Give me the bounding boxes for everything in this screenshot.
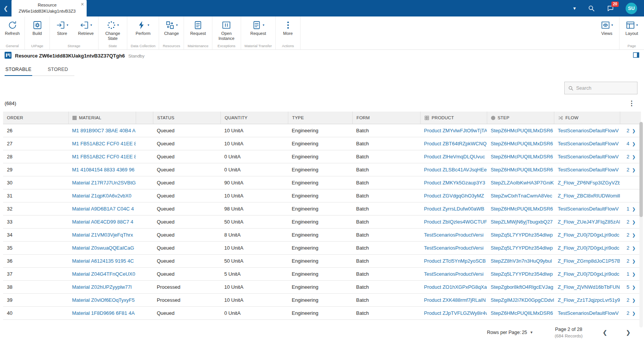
product-link[interactable]: Product ZJpTVFLGZWy8ir4v [424,310,487,316]
row-detail-link[interactable]: 2 ❯ [621,255,636,267]
table-row[interactable]: 27 M1 FB51AB2C FCF0 41EE 8 Queued 10 Uni… [3,137,641,150]
change-button[interactable]: ▾ Change [163,18,180,36]
material-link[interactable]: M1 891B90C7 3BAE 40B4 A [72,128,136,133]
row-detail-link[interactable]: 4 ❯ [621,137,636,150]
product-link[interactable]: Product ZbIQzles4WGCTUF [424,219,487,225]
product-link[interactable]: Product ZXK488rmf7jRLaIN [424,297,486,303]
column-header-product[interactable]: PRODUCT [420,112,487,124]
material-link[interactable]: M1 FB51AB2C FCF0 41EE 8 [72,154,136,160]
table-row[interactable]: 36 Material A6124135 9195 4C Queued 50 U… [3,255,641,268]
row-detail-link[interactable]: 2 ❯ [621,124,636,137]
table-row[interactable]: 26 M1 891B90C7 3BAE 40B4 A Queued 10 Uni… [3,124,641,137]
column-header-flow[interactable]: FLOW [554,112,620,124]
flow-link[interactable]: Z_Flow_ZUeJ4YJFIqZ85zANE [558,219,620,225]
step-link[interactable]: StepZLZAoIbKwHA3P7GniK [491,180,554,186]
product-link[interactable]: Product ZyrrsLDufw00aWB [424,206,485,212]
table-row[interactable]: 34 Material Z1VM03VjeFqThrx Queued 8 Uni… [3,229,641,242]
search-input[interactable] [576,86,634,91]
table-row[interactable]: 28 M1 FB51AB2C FCF0 41EE 8 Queued 0 Unit… [3,150,641,163]
row-detail-link[interactable]: 1 ❯ [621,268,636,280]
table-row[interactable]: 30 Material Z17R7J7Un2SVBtG Queued 90 Un… [3,176,641,189]
step-link[interactable]: StepZ6HMcPUQIlLMxDSR6 [491,206,553,212]
row-detail-link[interactable]: 2 ❯ [621,294,636,306]
product-link[interactable]: Product ZlHeVmqDLQUvuc [424,154,485,160]
refresh-button[interactable]: Refresh [3,18,21,36]
scrollbar-thumb[interactable] [639,122,643,217]
product-link[interactable]: Product ZTcl5YnMp2yoSCB [424,258,486,264]
row-detail-link[interactable]: 2 ❯ [621,216,636,228]
flow-link[interactable]: TestScenariosDefaultFlowV [558,141,619,146]
product-link[interactable]: Product ZMYvlwFJtO9wTjTA [424,128,487,133]
avatar[interactable]: SU [626,3,637,14]
material-link[interactable]: Material A6124135 9195 4C [72,258,134,264]
step-link[interactable]: StepZgbor8kftO4RlgcEVJag [491,284,553,290]
flow-link[interactable]: TestScenariosDefaultFlowV [558,167,619,173]
material-link[interactable]: M1 41084154 8833 4369 96 [72,167,135,173]
tab-storable[interactable]: STORABLE [5,63,32,76]
vertical-scrollbar[interactable] [639,122,643,327]
tab-stored[interactable]: STORED [47,63,69,75]
store-button[interactable]: ▾ Store [53,18,71,36]
product-link[interactable]: Product ZLSBc41AVJsqHEe [424,167,487,173]
step-link[interactable]: StepZ6HMcPUQIlLMxDSR6 [491,141,553,146]
table-row[interactable]: 39 Material Z0vlOf6EOqTyxyF5 Processed 1… [3,294,641,307]
table-row[interactable]: 40 Material 1F8D9696 6F81 4A Queued 0 Un… [3,307,641,320]
row-detail-link[interactable]: 2 ❯ [621,163,636,176]
material-link[interactable]: Material 1F8D9696 6F81 4A [72,310,135,316]
step-link[interactable]: StepZq5L7YYPDhz354dIwp [491,271,553,277]
material-link[interactable]: Material A0E4CD99 88C7 4 [72,219,133,225]
material-link[interactable]: Material Z1VM03VjeFqThrx [72,232,133,238]
column-header-quantity[interactable]: QUANTITY [220,112,288,124]
flow-link[interactable]: Z_Flow_Zz1TJqjzpcLvr51y9c [558,297,620,303]
back-icon[interactable]: ❮ [0,5,12,12]
material-link[interactable]: Material Z04G4TFnQCeUX0 [72,271,135,277]
row-detail-link[interactable]: 2 ❯ [621,229,636,241]
column-header-material[interactable]: MATERIAL [68,112,136,124]
request-material-transfer-button[interactable]: ▾ Request [249,18,267,36]
step-link[interactable]: StepZ6HMcPUQIlLMxDSR6 [491,154,553,160]
product-link[interactable]: Product ZO1hXGPxPG8qXa [424,284,487,290]
build-button[interactable]: Build [28,18,46,36]
material-link[interactable]: Material Z0swuaQQEaICaG [72,245,134,251]
flow-link[interactable]: Z_Flow_ZP6NFsp3IZGyVZbC [558,180,620,186]
change-state-button[interactable]: ▾ Change State [102,18,123,41]
step-link[interactable]: StepZq5L7YYPDhz354dIwp [491,232,553,238]
flow-link[interactable]: TestScenariosDefaultFlowV [558,154,619,160]
side-panel-icon[interactable] [633,52,639,60]
flow-link[interactable]: TestScenariosDefaultFlowV [558,206,619,212]
material-link[interactable]: Material Z0vlOf6EOqTyxyF5 [72,297,135,303]
product-link[interactable]: TestScenariosProductVersi [424,232,483,238]
table-row[interactable]: 29 M1 41084154 8833 4369 96 Queued 0 Uni… [3,163,641,176]
product-link[interactable]: TestScenariosProductVersi [424,245,483,251]
material-link[interactable]: Material Z02hUPZyyplw77l [72,284,131,290]
flow-link[interactable]: TestScenariosDefaultFlowV [558,310,619,316]
previous-page-button[interactable]: ❮ [599,327,611,338]
step-link[interactable]: StepZwCtxhTnaCwmA8Vec [491,193,552,199]
next-page-button[interactable]: ❯ [622,327,634,338]
column-header-status[interactable]: STATUS [153,112,220,124]
table-row[interactable]: 37 Material Z04G4TFnQCeUX0 Queued 5 Unit… [3,268,641,281]
column-header-form[interactable]: FORM [352,112,420,124]
product-link[interactable]: Product ZMKYk5Gzaup3Y3 [424,180,485,186]
table-row[interactable]: 38 Material Z02hUPZyyplw77l Processed 10… [3,281,641,294]
row-detail-link[interactable]: 5 ❯ [621,281,636,293]
material-link[interactable]: Material Z17R7J7Un2SVBtG [72,180,136,186]
material-link[interactable]: Material Z1qpK0A6v2vbX0 [72,193,131,199]
layout-button[interactable]: ▾ Layout [623,18,641,36]
row-detail-link[interactable]: 2 ❯ [621,150,636,163]
request-maintenance-button[interactable]: Request [189,18,207,36]
row-detail-link[interactable]: 2 ❯ [621,307,636,319]
flow-link[interactable]: Z_Flow_ZGrnp8dJoC1P57BT [558,258,620,264]
step-link[interactable]: StepZgIMJ2i7KD0GpgCDdvl [491,297,554,303]
table-row[interactable]: 35 Material Z0swuaQQEaICaG Queued 10 Uni… [3,242,641,255]
close-tab-icon[interactable]: × [81,2,84,7]
flow-link[interactable]: Z_Flow_ZU0j7D0gxLjri9odc [558,271,619,277]
material-link[interactable]: M1 FB51AB2C FCF0 41EE 8 [72,141,136,146]
row-detail-link[interactable]: 2 ❯ [621,242,636,254]
product-link[interactable]: TestScenariosProductVersi [424,271,483,277]
table-row[interactable]: 32 Material A9D6B1A7 C04C 4 Queued 98 Un… [3,202,641,216]
step-link[interactable]: StepZ6HMcPUQIlLMxDSR6 [491,128,553,133]
table-row[interactable]: 33 Material A0E4CD99 88C7 4 Queued 50 Un… [3,216,641,229]
window-tab[interactable]: Resource ZW6e1idd83KUakg1ntvB3Z3 × [12,0,87,16]
more-button[interactable]: More [279,18,297,36]
